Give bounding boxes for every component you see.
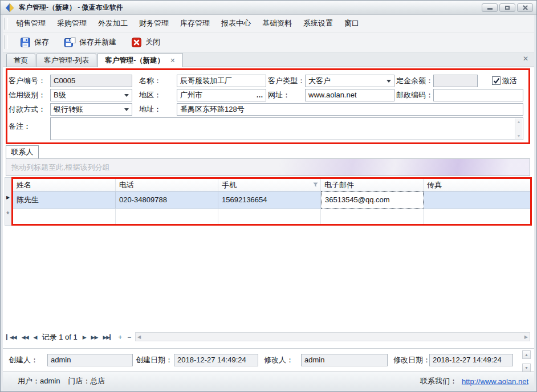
save-icon (20, 37, 31, 48)
name-field[interactable]: 辰哥服装加工厂 (177, 75, 266, 87)
cell-email-editing[interactable]: 36513545@qq.com (321, 191, 424, 209)
cell-name[interactable]: 陈先生 (13, 191, 116, 209)
menu-outsourcing[interactable]: 外发加工 (92, 15, 133, 32)
postal-code-label: 邮政编码： (396, 89, 433, 101)
payment-method-label: 付款方式： (9, 103, 46, 116)
vertical-scrollbar[interactable]: ▲ ▼ (522, 350, 531, 371)
chevron-down-icon (124, 94, 129, 97)
drag-grip-icon (4, 18, 8, 30)
save-button[interactable]: 保存 (15, 34, 54, 50)
title-bar: 客户管理-（新建） - 傲蓝布业软件 (1, 1, 536, 15)
section-divider (3, 348, 534, 349)
scroll-down-icon[interactable]: ▼ (517, 134, 521, 138)
menu-basic-data[interactable]: 基础资料 (257, 15, 298, 32)
region-field[interactable]: 广州市 … (177, 89, 266, 101)
cell-fax[interactable] (424, 191, 530, 209)
menu-window[interactable]: 窗口 (339, 15, 365, 32)
drag-grip-icon (4, 35, 8, 49)
maximize-button[interactable] (499, 3, 515, 12)
close-tab-button[interactable]: 关闭 (126, 34, 165, 50)
save-and-new-button-label: 保存并新建 (79, 37, 116, 47)
tab-close-icon[interactable]: ✕ (170, 54, 175, 67)
website-field[interactable]: www.aolan.net (305, 89, 394, 101)
app-window: 客户管理-（新建） - 傲蓝布业软件 销售管理 采购管理 外发加工 财务管理 库… (0, 0, 537, 392)
customer-no-field[interactable]: C0005 (50, 75, 132, 87)
nav-next-page-button[interactable]: ▶▶ (91, 331, 98, 344)
nav-prev-page-button[interactable]: ◀◀ (22, 331, 29, 344)
creator-label: 创建人： (9, 354, 38, 366)
nav-prev-button[interactable]: ◀ (34, 331, 37, 344)
credit-level-label: 信用级别： (9, 89, 46, 101)
customer-no-label: 客户编号： (9, 75, 46, 87)
nav-delete-button[interactable]: − (127, 331, 131, 344)
tab-customer-new[interactable]: 客户管理-（新建） ✕ (97, 53, 182, 67)
new-cell[interactable] (13, 209, 116, 224)
menu-purchase[interactable]: 采购管理 (51, 15, 92, 32)
chevron-down-icon (124, 108, 129, 111)
menu-system-settings[interactable]: 系统设置 (298, 15, 339, 32)
menu-inventory[interactable]: 库存管理 (174, 15, 215, 32)
filter-icon[interactable] (313, 182, 318, 187)
tab-customer-list[interactable]: 客户管理-列表 (36, 54, 96, 67)
cell-mobile[interactable]: 15692136654 (218, 191, 321, 209)
new-cell[interactable] (424, 209, 530, 224)
cell-phone[interactable]: 020-34809788 (116, 191, 218, 209)
customer-type-label: 客户类型： (268, 75, 305, 87)
contact-us-link[interactable]: http://www.aolan.net (462, 377, 528, 386)
scroll-left-icon[interactable]: ◀ (137, 334, 141, 340)
tabstrip-close-icon[interactable]: ✕ (523, 55, 528, 63)
new-cell[interactable] (321, 209, 424, 224)
remark-textarea[interactable]: ▲ ▼ (50, 117, 523, 140)
menu-reports[interactable]: 报表中心 (215, 15, 257, 32)
tab-contacts[interactable]: 联系人 (6, 145, 39, 158)
scroll-down-icon[interactable]: ▼ (522, 364, 531, 371)
modifier-field: admin (301, 354, 388, 366)
active-checkbox[interactable] (492, 76, 501, 85)
column-header-email[interactable]: 电子邮件 (321, 179, 424, 191)
save-and-new-button[interactable]: 保存并新建 (59, 34, 121, 50)
column-header-name[interactable]: 姓名 (13, 179, 116, 191)
toolbar: 保存 保存并新建 关闭 (3, 32, 534, 52)
new-cell[interactable] (218, 209, 321, 224)
scroll-up-icon[interactable]: ▲ (517, 120, 521, 124)
scroll-up-icon[interactable]: ▲ (522, 350, 531, 359)
postal-code-field[interactable] (433, 89, 523, 101)
nav-append-button[interactable]: + (118, 331, 122, 344)
tab-home[interactable]: 首页 (6, 54, 35, 67)
new-cell[interactable] (116, 209, 218, 224)
menu-sales[interactable]: 销售管理 (10, 15, 51, 32)
deposit-field[interactable] (433, 75, 478, 87)
nav-next-button[interactable]: ▶ (83, 331, 86, 344)
table-row: 陈先生 020-34809788 15692136654 36513545@qq… (13, 191, 530, 209)
credit-level-select[interactable]: B级 (50, 89, 132, 101)
check-icon (493, 77, 500, 84)
horizontal-scrollbar[interactable]: ◀ ▶ (135, 332, 530, 341)
address-field[interactable]: 番禺区东环路128号 (177, 103, 523, 116)
payment-method-select[interactable]: 银行转账 (50, 103, 132, 116)
menu-finance[interactable]: 财务管理 (133, 15, 174, 32)
nav-last-button[interactable]: ▶▶▎ (103, 331, 113, 344)
customer-type-select[interactable]: 大客户 (305, 75, 394, 87)
region-label: 地区： (139, 89, 161, 101)
nav-first-button[interactable]: ▎◀◀ (6, 331, 17, 344)
remark-scrollbar[interactable]: ▲ ▼ (515, 119, 522, 139)
payment-method-dropdown-button[interactable] (122, 104, 131, 115)
save-new-icon (64, 37, 76, 48)
status-store: 门店：总店 (68, 376, 105, 386)
minimize-button[interactable] (482, 3, 498, 12)
modified-date-field: 2018-12-27 14:49:24 (429, 354, 513, 366)
scroll-right-icon[interactable]: ▶ (524, 334, 528, 340)
column-header-fax[interactable]: 传真 (424, 179, 530, 191)
credit-level-dropdown-button[interactable] (122, 90, 131, 100)
region-browse-button[interactable]: … (255, 90, 265, 100)
app-logo-icon (5, 3, 15, 13)
column-header-mobile[interactable]: 手机 (218, 179, 321, 191)
created-date-field: 2018-12-27 14:49:24 (174, 354, 258, 366)
column-header-phone[interactable]: 电话 (116, 179, 218, 191)
created-date-label: 创建日期： (136, 354, 173, 366)
menu-bar: 销售管理 采购管理 外发加工 财务管理 库存管理 报表中心 基础资料 系统设置 … (3, 15, 534, 32)
contacts-grid: 姓名 电话 手机 电子邮件 传真 陈先生 020-34809788 156921… (11, 177, 532, 226)
status-bar: 用户：admin 门店：总店 联系我们： http://www.aolan.ne… (3, 371, 534, 390)
close-window-button[interactable] (517, 3, 533, 12)
customer-type-dropdown-button[interactable] (384, 76, 393, 86)
